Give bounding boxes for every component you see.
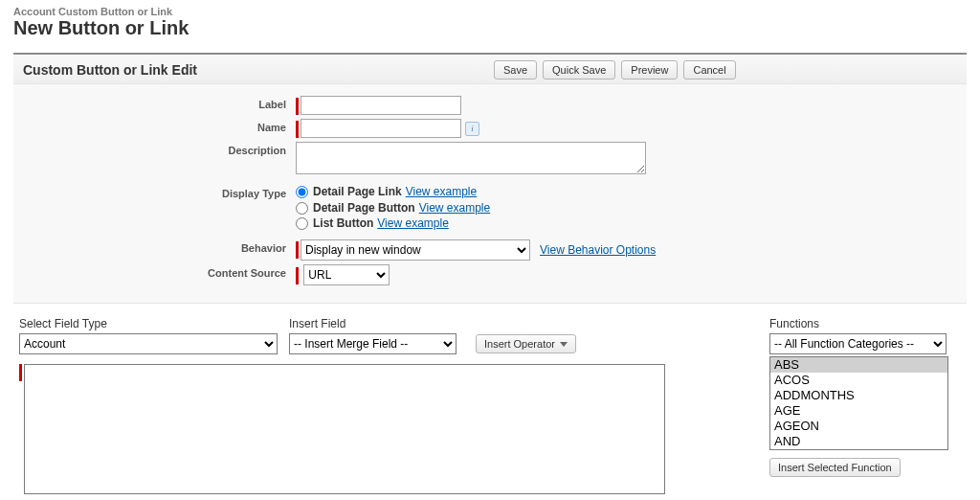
view-example-link-2[interactable]: View example xyxy=(419,201,490,215)
insert-field-label: Insert Field xyxy=(289,317,758,330)
behavior-select[interactable]: Display in new window xyxy=(301,239,530,261)
action-toolbar: Save Quick Save Preview Cancel xyxy=(494,60,736,80)
view-example-link-1[interactable]: View example xyxy=(406,185,477,198)
display-type-button-text: Detail Page Button xyxy=(313,201,415,215)
save-button[interactable]: Save xyxy=(494,60,537,80)
breadcrumb: Account Custom Button or Link xyxy=(13,6,967,17)
name-label: Name xyxy=(13,119,296,133)
required-indicator xyxy=(296,121,299,138)
required-indicator xyxy=(296,267,299,284)
function-item[interactable]: ADDMONTHS xyxy=(770,388,947,403)
content-source-select[interactable]: URL xyxy=(303,264,390,285)
display-type-list-text: List Button xyxy=(313,216,373,230)
insert-function-button[interactable]: Insert Selected Function xyxy=(769,458,901,477)
insert-operator-label: Insert Operator xyxy=(484,338,555,350)
panel-header: Custom Button or Link Edit Save Quick Sa… xyxy=(13,53,967,83)
label-input[interactable] xyxy=(301,96,461,115)
functions-label: Functions xyxy=(769,317,961,330)
required-indicator xyxy=(296,98,299,115)
merge-field-select[interactable]: -- Insert Merge Field -- xyxy=(289,333,457,354)
name-input[interactable] xyxy=(301,119,461,138)
preview-button[interactable]: Preview xyxy=(621,60,678,80)
display-type-label: Display Type xyxy=(13,185,296,199)
function-item[interactable]: ACOS xyxy=(770,373,947,388)
page-title: New Button or Link xyxy=(13,17,967,39)
cancel-button[interactable]: Cancel xyxy=(683,60,735,80)
behavior-label: Behavior xyxy=(13,239,296,254)
display-type-button-radio[interactable] xyxy=(296,202,308,215)
description-label: Description xyxy=(13,142,296,156)
function-item[interactable]: AGE xyxy=(770,403,947,419)
form-panel: Label Name i Description Display Type De… xyxy=(13,83,967,304)
view-example-link-3[interactable]: View example xyxy=(377,216,448,230)
content-source-label: Content Source xyxy=(13,264,296,279)
field-type-select[interactable]: Account xyxy=(19,333,278,354)
chevron-down-icon xyxy=(560,342,568,347)
function-list[interactable]: ABSACOSADDMONTHSAGEAGEONAND xyxy=(769,356,948,450)
field-type-label: Select Field Type xyxy=(19,317,285,330)
info-icon[interactable]: i xyxy=(465,122,479,136)
function-item[interactable]: AGEON xyxy=(770,419,947,434)
display-type-link-radio[interactable] xyxy=(296,186,308,198)
description-input[interactable] xyxy=(296,142,646,174)
panel-title-text: Custom Button or Link Edit xyxy=(23,62,197,78)
function-item[interactable]: ABS xyxy=(770,357,947,373)
label-label: Label xyxy=(13,96,296,110)
required-indicator xyxy=(296,241,299,259)
insert-operator-button[interactable]: Insert Operator xyxy=(476,334,576,353)
display-type-link-text: Detail Page Link xyxy=(313,185,402,198)
quick-save-button[interactable]: Quick Save xyxy=(543,60,615,80)
function-item[interactable]: AND xyxy=(770,434,947,449)
formula-body[interactable] xyxy=(24,364,665,494)
display-type-list-radio[interactable] xyxy=(296,217,308,230)
behavior-options-link[interactable]: View Behavior Options xyxy=(540,243,656,257)
function-category-select[interactable]: -- All Function Categories -- xyxy=(769,333,947,354)
required-indicator xyxy=(19,364,22,381)
